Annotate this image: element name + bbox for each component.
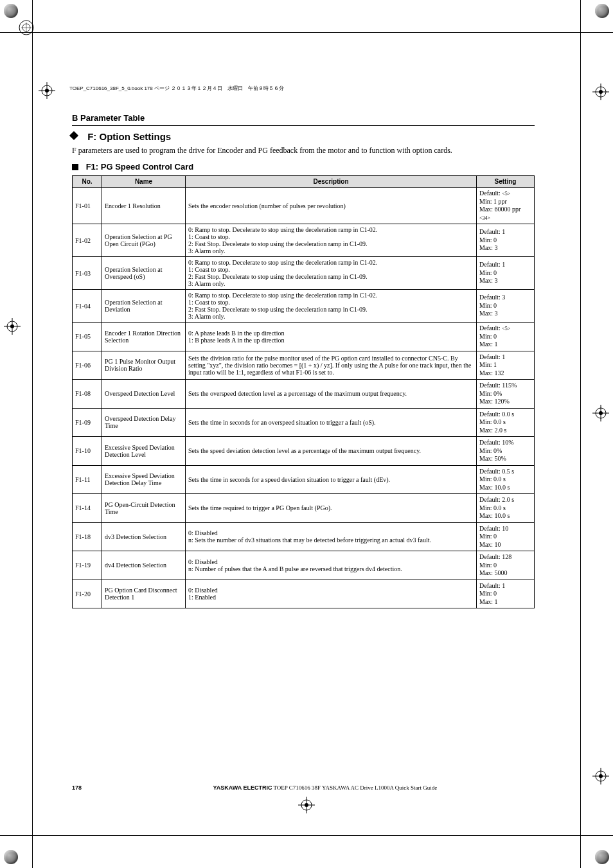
cell-setting: Default: 1Min: 0Max: 3 [477,224,535,257]
page-number: 178 [72,784,82,791]
cell-name: Overspeed Detection Delay Time [102,408,186,437]
cell-name: Operation Selection at Overspeed (oS) [102,257,186,290]
table-row: F1-08Overspeed Detection LevelSets the o… [73,380,535,409]
table-header-row: No. Name Description Setting [73,176,535,188]
crop-line-bottom [0,835,613,836]
cell-no: F1-18 [73,522,102,551]
cell-setting: Default: <5>Min: 0Max: 1 [477,323,535,351]
crop-sphere-top-left [4,4,18,18]
table-row: F1-14PG Open-Circuit Detection TimeSets … [73,494,535,523]
diamond-bullet-icon [72,134,80,141]
cell-name: Encoder 1 Resolution [102,188,186,224]
col-no: No. [73,176,102,188]
cell-setting: Default: 2.0 sMin: 0.0 sMax: 10.0 s [477,494,535,523]
crop-line-right [580,0,581,868]
cell-no: F1-19 [73,551,102,580]
parameter-table: No. Name Description Setting F1-01Encode… [72,175,535,608]
cell-name: dv3 Detection Selection [102,522,186,551]
cell-setting: Default: 1Min: 0Max: 1 [477,580,535,608]
svg-point-7 [10,324,14,328]
crop-line-left [32,0,33,868]
svg-point-11 [305,803,308,807]
cell-name: dv4 Detection Selection [102,551,186,580]
cell-setting: Default: 0.0 sMin: 0.0 sMax: 2.0 s [477,408,535,437]
cell-no: F1-05 [73,323,102,351]
cell-description: Sets the time required to trigger a PG O… [186,494,477,523]
cell-description: 0: Disabledn: Sets the number of dv3 sit… [186,522,477,551]
table-row: F1-03Operation Selection at Overspeed (o… [73,257,535,290]
crop-sphere-bottom-right [595,850,609,864]
cell-no: F1-06 [73,351,102,380]
cell-no: F1-04 [73,290,102,323]
cell-no: F1-03 [73,257,102,290]
cell-description: 0: A phase leads B in the up direction1:… [186,323,477,351]
table-row: F1-10Excessive Speed Deviation Detection… [73,437,535,466]
cell-description: 0: Ramp to stop. Decelerate to stop usin… [186,257,477,290]
registration-mark-icon [592,405,609,421]
running-header: B Parameter Table [72,113,535,123]
table-row: F1-09Overspeed Detection Delay TimeSets … [73,408,535,437]
crop-sphere-bottom-left [4,850,18,864]
cell-no: F1-08 [73,380,102,409]
registration-mark-icon [298,797,315,813]
table-row: F1-05Encoder 1 Rotation Direction Select… [73,323,535,351]
svg-point-9 [599,411,603,415]
cell-no: F1-09 [73,408,102,437]
page-body: B Parameter Table F: Option Settings F p… [72,84,535,608]
ornament-icon [18,19,35,36]
col-desc: Description [186,176,477,188]
cell-setting: Default: 0.5 sMin: 0.0 sMax: 10.0 s [477,465,535,494]
cell-description: Sets the division ratio for the pulse mo… [186,351,477,380]
cell-description: Sets the overspeed detection level as a … [186,380,477,409]
cell-setting: Default: 115%Min: 0%Max: 120% [477,380,535,409]
table-row: F1-04Operation Selection at Deviation0: … [73,290,535,323]
cell-name: Encoder 1 Rotation Direction Selection [102,323,186,351]
svg-point-5 [599,90,603,94]
cell-no: F1-01 [73,188,102,224]
table-row: F1-06PG 1 Pulse Monitor Output Division … [73,351,535,380]
subsection-title: F1: PG Speed Control Card [72,162,535,172]
col-name: Name [102,176,186,188]
cell-setting: Default: 1Min: 0Max: 3 [477,257,535,290]
registration-mark-icon [592,84,609,100]
svg-point-13 [599,774,603,778]
crop-line-top [0,32,613,33]
crop-sphere-top-right [595,4,609,18]
square-bullet-icon [72,164,78,170]
registration-mark-icon [592,768,609,784]
table-row: F1-11Excessive Speed Deviation Detection… [73,465,535,494]
cell-description: Sets the time in seconds for an overspee… [186,408,477,437]
page-footer: 178 YASKAWA ELECTRIC TOEP C710616 38F YA… [72,784,535,791]
section-title: F: Option Settings [72,131,535,142]
cell-description: Sets the encoder resolution (number of p… [186,188,477,224]
col-set: Setting [477,176,535,188]
cell-name: Excessive Speed Deviation Detection Dela… [102,465,186,494]
cell-name: Operation Selection at PG Open Circuit (… [102,224,186,257]
cell-description: Sets the speed deviation detection level… [186,437,477,466]
cell-no: F1-20 [73,580,102,608]
cell-no: F1-10 [73,437,102,466]
cell-name: Operation Selection at Deviation [102,290,186,323]
cell-description: 0: Ramp to stop. Decelerate to stop usin… [186,224,477,257]
cell-setting: Default: 3Min: 0Max: 3 [477,290,535,323]
table-row: F1-20PG Option Card Disconnect Detection… [73,580,535,608]
intro-paragraph: F parameters are used to program the dri… [72,146,535,155]
cell-no: F1-02 [73,224,102,257]
cell-no: F1-14 [73,494,102,523]
section-title-text: F: Option Settings [87,131,171,142]
svg-point-3 [45,89,49,93]
cell-name: PG 1 Pulse Monitor Output Division Ratio [102,351,186,380]
registration-mark-icon [39,82,55,99]
cell-setting: Default: 10%Min: 0%Max: 50% [477,437,535,466]
table-row: F1-18dv3 Detection Selection0: Disabledn… [73,522,535,551]
table-row: F1-01Encoder 1 ResolutionSets the encode… [73,188,535,224]
footer-company: YASKAWA ELECTRIC [213,784,272,791]
cell-setting: Default: 1Min: 1Max: 132 [477,351,535,380]
table-row: F1-02Operation Selection at PG Open Circ… [73,224,535,257]
cell-setting: Default: 10Min: 0Max: 10 [477,522,535,551]
subsection-title-text: F1: PG Speed Control Card [86,162,194,172]
cell-setting: Default: <5>Min: 1 pprMax: 60000 ppr <34… [477,188,535,224]
cell-name: Overspeed Detection Level [102,380,186,409]
cell-no: F1-11 [73,465,102,494]
footer-doc-title: TOEP C710616 38F YASKAWA AC Drive L1000A… [272,784,437,791]
